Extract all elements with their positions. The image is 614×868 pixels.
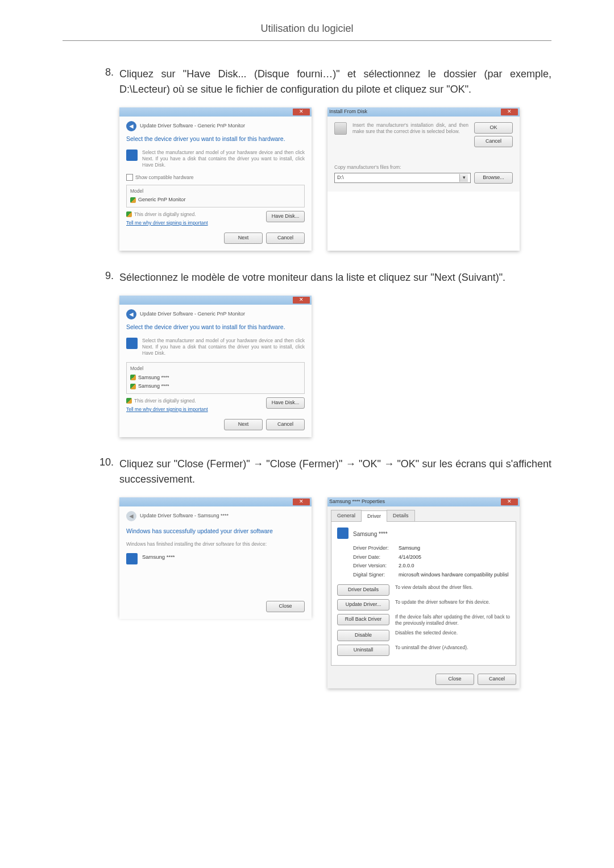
- step-body: Cliquez sur "Have Disk... (Disque fourni…: [119, 67, 551, 256]
- cancel-button[interactable]: Cancel: [478, 674, 516, 685]
- compat-checkbox[interactable]: [126, 174, 133, 181]
- disable-button[interactable]: Disable: [337, 630, 389, 641]
- breadcrumb: ◄ Update Driver Software - Generic PnP M…: [126, 309, 305, 319]
- list-item[interactable]: Generic PnP Monitor: [130, 196, 301, 205]
- step-list: 8. Cliquez sur "Have Disk... (Disque fou…: [63, 67, 551, 694]
- step-8: 8. Cliquez sur "Have Disk... (Disque fou…: [63, 67, 551, 256]
- dialog-note: Select the manufacturer and model of you…: [142, 149, 305, 168]
- compat-label: Show compatible hardware: [135, 174, 194, 181]
- rollback-driver-button[interactable]: Roll Back Driver: [337, 614, 389, 625]
- breadcrumb: ◄ Update Driver Software - Generic PnP M…: [126, 121, 305, 131]
- model-header: Model: [130, 188, 301, 195]
- dialog-heading: Windows has successfully updated your dr…: [126, 527, 305, 536]
- path-dropdown[interactable]: D:\ ▾: [334, 173, 471, 183]
- properties-dialog: Samsung **** Properties ✕ General Driver…: [327, 497, 520, 689]
- model-list: Model Samsung **** Samsung ****: [126, 362, 305, 394]
- tabs: General Driver Details: [331, 510, 516, 522]
- window-titlebar: ✕: [119, 296, 312, 305]
- browse-button[interactable]: Browse...: [474, 172, 513, 184]
- step-9: 9. Sélectionnez le modèle de votre monit…: [63, 270, 551, 443]
- step-text: Cliquez sur "Have Disk... (Disque fourni…: [119, 67, 551, 97]
- list-item[interactable]: Samsung ****: [130, 373, 301, 383]
- window-titlebar: Samsung **** Properties ✕: [327, 497, 520, 506]
- have-disk-button[interactable]: Have Disk...: [266, 211, 305, 222]
- shield-icon: [130, 197, 136, 203]
- select-model-dialog: ✕ ◄ Update Driver Software - Generic PnP…: [119, 296, 312, 437]
- step-10: 10. Cliquez sur "Close (Fermer)" → "Clos…: [63, 456, 551, 695]
- list-item[interactable]: Samsung ****: [130, 382, 301, 391]
- step-number: 8.: [63, 67, 119, 256]
- close-icon[interactable]: ✕: [293, 109, 310, 115]
- step-body: Sélectionnez le modèle de votre moniteur…: [119, 270, 551, 443]
- breadcrumb: ◄ Update Driver Software - Samsung ****: [126, 511, 305, 521]
- monitor-icon: [337, 528, 349, 539]
- shield-icon: [126, 398, 132, 404]
- dialog-heading: Select the device driver you want to ins…: [126, 135, 305, 144]
- window-title: Install From Disk: [329, 108, 367, 116]
- signed-row: This driver is digitally signed.: [126, 397, 208, 405]
- update-driver-button[interactable]: Update Driver...: [337, 599, 389, 610]
- ok-button[interactable]: OK: [474, 122, 513, 134]
- device-name: Samsung ****: [142, 553, 175, 564]
- close-icon[interactable]: ✕: [501, 499, 518, 505]
- sub-text: Windows has finished installing the driv…: [126, 541, 305, 547]
- step-text: Sélectionnez le modèle de votre moniteur…: [119, 270, 551, 285]
- dialog-note: Select the manufacturer and model of you…: [142, 338, 305, 356]
- step-number: 10.: [63, 456, 119, 695]
- signing-link[interactable]: Tell me why driver signing is important: [126, 220, 208, 226]
- tab-driver[interactable]: Driver: [361, 510, 387, 522]
- window-titlebar: Install From Disk ✕: [327, 107, 520, 117]
- close-icon[interactable]: ✕: [293, 499, 310, 505]
- uninstall-button[interactable]: Uninstall: [337, 645, 389, 656]
- monitor-icon: [126, 553, 138, 564]
- device-name: Samsung ****: [353, 528, 388, 539]
- cancel-button[interactable]: Cancel: [474, 136, 513, 147]
- close-icon[interactable]: ✕: [501, 109, 518, 115]
- shield-icon: [130, 384, 136, 389]
- disk-instructions: Insert the manufacturer's installation d…: [352, 122, 468, 135]
- next-button[interactable]: Next: [224, 419, 263, 430]
- success-dialog: ✕ ◄ Update Driver Software - Samsung ***…: [119, 497, 312, 617]
- screenshot-row: ✕ ◄ Update Driver Software - Generic PnP…: [119, 107, 551, 251]
- tab-general[interactable]: General: [331, 510, 362, 522]
- dialog-heading: Select the device driver you want to ins…: [126, 323, 305, 332]
- step-body: Cliquez sur "Close (Fermer)" → "Close (F…: [119, 456, 551, 695]
- step-text: Cliquez sur "Close (Fermer)" → "Close (F…: [119, 456, 551, 487]
- driver-icon: [126, 149, 138, 161]
- next-button[interactable]: Next: [224, 232, 263, 244]
- driver-details-button[interactable]: Driver Details: [337, 584, 389, 596]
- disk-icon: [334, 122, 347, 135]
- window-title: Samsung **** Properties: [329, 498, 385, 506]
- have-disk-button[interactable]: Have Disk...: [266, 397, 305, 409]
- model-list: Model Generic PnP Monitor: [126, 185, 305, 207]
- install-from-disk-dialog: Install From Disk ✕ Insert the manufactu…: [327, 107, 520, 251]
- chevron-down-icon: ▾: [459, 174, 468, 182]
- page-title: Utilisation du logiciel: [63, 23, 551, 41]
- signed-row: This driver is digitally signed.: [126, 211, 208, 218]
- tab-details[interactable]: Details: [387, 510, 415, 522]
- window-titlebar: ✕: [119, 497, 312, 506]
- breadcrumb-text: Update Driver Software - Generic PnP Mon…: [140, 122, 245, 130]
- window-titlebar: ✕: [119, 107, 312, 117]
- close-button[interactable]: Close: [435, 674, 474, 685]
- copy-from-label: Copy manufacturer's files from:: [334, 164, 513, 171]
- update-driver-dialog: ✕ ◄ Update Driver Software - Generic PnP…: [119, 107, 312, 251]
- shield-icon: [130, 375, 136, 380]
- cancel-button[interactable]: Cancel: [266, 419, 305, 430]
- signing-link[interactable]: Tell me why driver signing is important: [126, 406, 208, 412]
- back-icon[interactable]: ◄: [126, 309, 136, 319]
- driver-icon: [126, 338, 138, 349]
- document-page: Utilisation du logiciel 8. Cliquez sur "…: [0, 0, 614, 868]
- model-header: Model: [130, 365, 301, 372]
- shield-icon: [126, 211, 132, 217]
- back-icon: ◄: [126, 511, 136, 521]
- step-number: 9.: [63, 270, 119, 443]
- close-icon[interactable]: ✕: [293, 297, 310, 304]
- cancel-button[interactable]: Cancel: [266, 232, 305, 244]
- close-button[interactable]: Close: [266, 601, 305, 612]
- back-icon[interactable]: ◄: [126, 121, 136, 131]
